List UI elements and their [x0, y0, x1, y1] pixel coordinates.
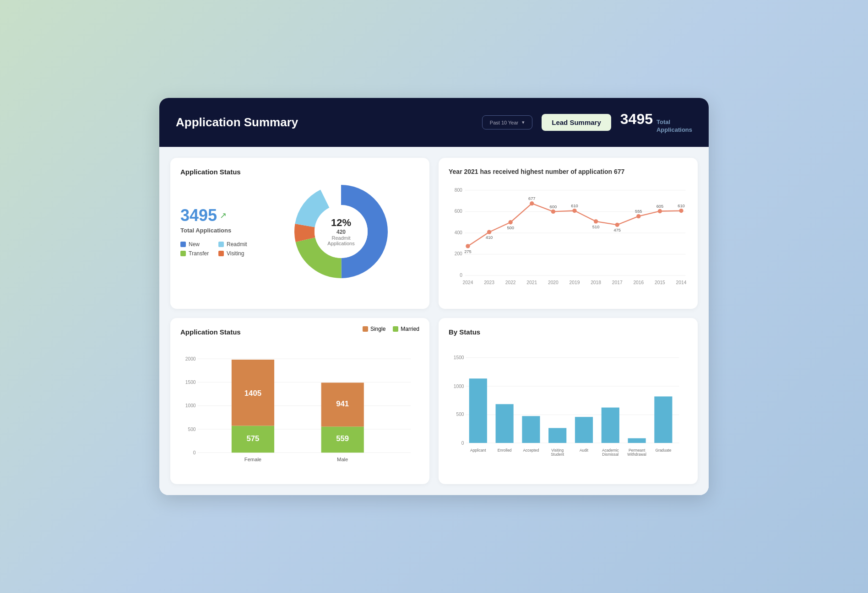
svg-text:500: 500	[188, 427, 195, 432]
svg-text:941: 941	[336, 399, 349, 408]
donut-legend: New Readmit Transfer Visiting	[180, 241, 254, 257]
svg-point-23	[636, 214, 640, 218]
svg-text:2019: 2019	[570, 280, 580, 285]
bar-chart-legend: Single Married	[363, 326, 419, 332]
legend-label-readmit: Readmit	[227, 241, 247, 248]
line-chart-title: Year 2021 has received highest number of…	[449, 168, 688, 175]
line-chart-card: Year 2021 has received highest number of…	[439, 158, 698, 309]
svg-text:Student: Student	[551, 452, 564, 457]
by-status-card: By Status 1500 1000 500 0	[439, 318, 698, 484]
svg-text:Applicant: Applicant	[470, 448, 486, 453]
donut-stats: 3495 ↗ Total Applications New Readmit	[180, 206, 254, 257]
status-chart-svg: 1500 1000 500 0 Applicant Enr	[449, 341, 688, 469]
svg-text:Audit: Audit	[580, 448, 589, 453]
svg-text:1000: 1000	[454, 384, 464, 389]
header: Application Summary Past 10 Year ▾ Lead …	[159, 98, 709, 147]
svg-text:2023: 2023	[484, 280, 494, 285]
legend-dot-visiting	[218, 251, 224, 256]
status-chart-area: 1500 1000 500 0 Applicant Enr	[449, 341, 688, 469]
svg-text:Accepted: Accepted	[523, 448, 539, 453]
svg-text:610: 610	[571, 204, 578, 208]
svg-text:1500: 1500	[454, 355, 464, 360]
svg-text:200: 200	[455, 251, 462, 256]
bar-enrolled	[496, 404, 514, 443]
svg-text:2020: 2020	[548, 280, 559, 285]
legend-dot-transfer	[180, 251, 186, 256]
bar-accepted	[522, 416, 540, 443]
svg-text:Dismissal: Dismissal	[602, 452, 618, 457]
lead-summary-button[interactable]: Lead Summary	[542, 114, 611, 131]
legend-item-visiting: Visiting	[218, 250, 254, 257]
svg-point-16	[487, 230, 491, 234]
svg-text:500: 500	[456, 412, 464, 417]
svg-text:1000: 1000	[185, 403, 196, 408]
svg-point-19	[551, 210, 555, 214]
svg-point-21	[594, 219, 598, 223]
legend-married: Married	[393, 326, 419, 332]
svg-point-25	[679, 209, 683, 213]
total-number: 3495	[180, 206, 217, 225]
legend-single: Single	[363, 326, 385, 332]
svg-text:555: 555	[635, 209, 642, 214]
svg-text:275: 275	[464, 249, 472, 254]
application-status-bar-card: Application Status Single Married 2000	[170, 318, 429, 484]
filter-dropdown[interactable]: Past 10 Year ▾	[482, 115, 532, 129]
svg-text:410: 410	[486, 235, 493, 240]
svg-point-17	[509, 220, 513, 224]
header-right: Lead Summary 3495 TotalApplications	[542, 111, 692, 134]
legend-dot-single	[363, 326, 368, 332]
svg-text:2017: 2017	[612, 280, 623, 285]
svg-text:475: 475	[613, 228, 621, 232]
svg-text:0: 0	[460, 273, 462, 278]
legend-label-new: New	[189, 241, 200, 248]
svg-text:2014: 2014	[676, 280, 687, 285]
legend-dot-married	[393, 326, 398, 332]
svg-text:Female: Female	[244, 457, 261, 462]
donut-inner: 3495 ↗ Total Applications New Readmit	[180, 181, 419, 282]
bar-graduate	[654, 396, 672, 443]
legend-label-visiting: Visiting	[227, 250, 244, 257]
total-applications: 3495 TotalApplications	[620, 111, 692, 134]
svg-text:600: 600	[455, 209, 462, 214]
svg-text:677: 677	[528, 196, 536, 201]
svg-text:Enrolled: Enrolled	[498, 448, 512, 453]
svg-text:2024: 2024	[463, 280, 473, 285]
bar-applicant	[469, 378, 487, 443]
bar-visiting-student	[548, 428, 566, 443]
application-status-donut-card: Application Status 3495 ↗ Total Applicat…	[170, 158, 429, 309]
bar-chart-svg: 2000 1500 1000 500 0 575	[180, 346, 419, 474]
status-card-title: By Status	[449, 328, 688, 336]
svg-text:575: 575	[246, 434, 259, 443]
svg-text:2022: 2022	[505, 280, 516, 285]
legend-label-married: Married	[401, 326, 419, 332]
bar-audit	[575, 417, 593, 443]
svg-point-24	[658, 209, 662, 213]
legend-dot-readmit	[218, 242, 224, 247]
bar-card-title: Application Status	[180, 328, 241, 336]
dashboard: Application Summary Past 10 Year ▾ Lead …	[159, 98, 709, 495]
svg-text:559: 559	[336, 434, 349, 443]
chevron-down-icon: ▾	[522, 119, 525, 125]
svg-text:510: 510	[592, 225, 600, 229]
svg-text:0: 0	[193, 450, 196, 455]
svg-text:600: 600	[550, 205, 557, 209]
trend-up-icon: ↗	[220, 210, 227, 221]
bar-permeant-withdrawal	[628, 438, 646, 443]
total-apps-number: 3495	[620, 111, 653, 128]
svg-text:Male: Male	[337, 457, 348, 462]
bar-academic-dismissal	[602, 408, 619, 443]
svg-text:800: 800	[455, 187, 462, 192]
page-title: Application Summary	[176, 115, 473, 129]
svg-text:610: 610	[678, 204, 685, 208]
svg-text:2015: 2015	[655, 280, 665, 285]
svg-text:1500: 1500	[185, 380, 196, 385]
svg-text:1405: 1405	[244, 389, 261, 398]
legend-label-transfer: Transfer	[189, 250, 209, 257]
svg-point-18	[530, 201, 534, 205]
donut-svg-wrap: 12% 420 Readmit Applications	[263, 181, 419, 282]
total-apps-label: TotalApplications	[656, 119, 692, 134]
svg-text:2016: 2016	[633, 280, 644, 285]
svg-point-4	[315, 205, 368, 258]
svg-text:500: 500	[507, 226, 514, 230]
svg-text:0: 0	[461, 441, 464, 446]
